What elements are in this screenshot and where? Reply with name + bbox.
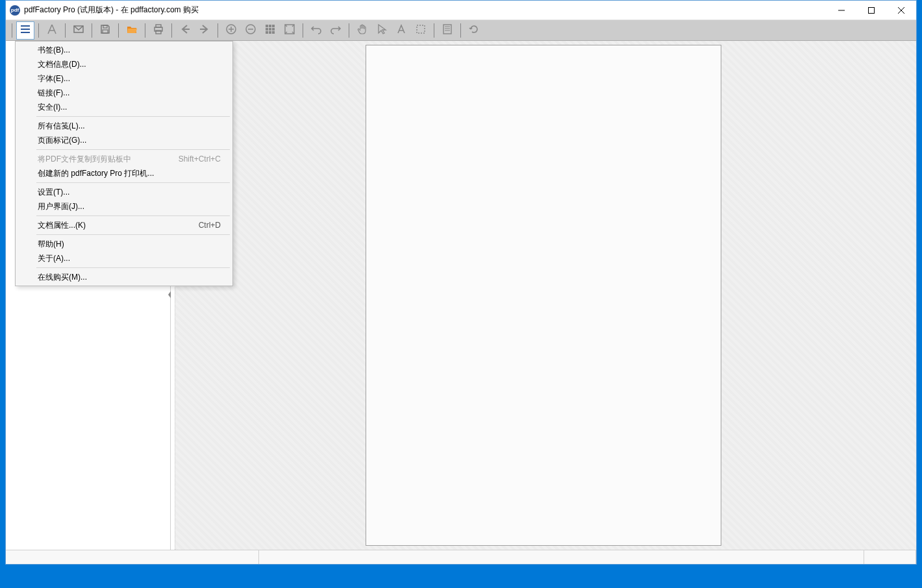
menu-separator [36,234,230,235]
menu-item-doc-info[interactable]: 文档信息(D)... [17,57,231,71]
forward-button[interactable] [195,21,214,40]
save-button[interactable] [96,21,114,40]
rotate-icon [468,23,480,37]
status-segment [259,550,864,564]
toolbar-separator [303,23,303,38]
thumbnails-button[interactable] [261,21,279,40]
toolbar-separator [145,23,145,38]
maximize-button[interactable] [856,1,886,19]
rotate-button[interactable] [465,21,483,40]
menu-button[interactable] [16,21,34,40]
menu-label: 所有信笺(L)... [38,121,85,132]
menu-separator [36,116,230,117]
svg-rect-24 [266,31,268,34]
close-button[interactable] [886,1,916,19]
menu-item-all-letterheads[interactable]: 所有信笺(L)... [17,119,231,133]
document-area[interactable] [171,41,916,550]
toolbar-separator [65,23,66,38]
toolbar-separator [218,23,218,38]
menu-item-page-marks[interactable]: 页面标记(G)... [17,133,231,147]
undo-icon [310,23,322,37]
app-icon: pdf [10,5,20,16]
titlebar: pdf pdfFactory Pro (试用版本) - 在 pdffactory… [6,1,916,20]
menu-separator [36,215,230,216]
menu-label: 用户界面(J)... [38,201,84,212]
menu-label: 将PDF文件复制到剪贴板中 [38,154,131,165]
toolbar-separator [92,23,92,38]
folder-open-icon [126,23,138,37]
zoom-in-button[interactable] [222,21,240,40]
toolbar-separator [38,23,39,38]
svg-rect-8 [103,25,107,28]
menu-label: 创建新的 pdfFactory Pro 打印机... [38,168,154,179]
menu-label: 书签(B)... [38,45,70,56]
menu-separator [36,182,230,183]
svg-rect-29 [443,25,451,34]
menu-item-user-interface[interactable]: 用户界面(J)... [17,199,231,214]
menu-label: 安全(I)... [38,102,67,113]
menu-item-bookmarks[interactable]: 书签(B)... [17,43,231,57]
toolbar [6,20,916,41]
minimize-button[interactable] [827,1,856,19]
hamburger-icon [19,23,31,37]
menu-label: 设置(T)... [38,187,69,198]
svg-rect-18 [266,25,268,27]
menu-shortcut: Shift+Ctrl+C [179,154,221,164]
text-tool-button[interactable] [392,21,410,40]
view-pdf-button[interactable] [43,21,61,40]
menu-item-settings[interactable]: 设置(T)... [17,185,231,199]
svg-rect-20 [272,25,275,27]
back-button[interactable] [176,21,194,40]
save-icon [99,23,111,37]
toolbar-separator [349,23,349,38]
zoom-in-icon [225,23,237,37]
status-segment [864,550,916,564]
toolbar-separator [12,23,12,38]
svg-rect-22 [269,28,271,31]
menu-item-create-printer[interactable]: 创建新的 pdfFactory Pro 打印机... [17,166,231,180]
fit-page-icon [284,23,295,37]
statusbar [6,550,916,564]
menu-label: 关于(A)... [38,253,70,264]
redo-icon [330,23,342,37]
taskbar [0,565,922,588]
snapshot-button[interactable] [412,21,430,40]
menu-label: 字体(E)... [38,73,70,84]
menu-item-about[interactable]: 关于(A)... [17,251,231,265]
undo-button[interactable] [307,21,325,40]
text-icon [395,23,407,37]
menu-separator [36,267,230,268]
menu-label: 文档信息(D)... [38,59,86,70]
window-controls [827,1,916,19]
notes-button[interactable] [438,21,456,40]
open-button[interactable] [123,21,141,40]
zoom-out-button[interactable] [242,21,260,40]
svg-rect-23 [272,28,275,31]
menu-shortcut: Ctrl+D [199,221,221,230]
menu-label: 链接(F)... [38,88,69,99]
hand-tool-button[interactable] [353,21,371,40]
svg-rect-19 [269,25,271,27]
select-tool-button[interactable] [373,21,391,40]
menu-item-fonts[interactable]: 字体(E)... [17,71,231,86]
menu-item-buy-online[interactable]: 在线购买(M)... [17,270,231,284]
notes-icon [442,23,453,37]
fit-page-button[interactable] [280,21,299,40]
send-email-button[interactable] [69,21,88,40]
menu-label: 在线购买(M)... [38,272,87,283]
menu-label: 文档属性...(K) [38,220,86,231]
print-button[interactable] [149,21,168,40]
menu-item-links[interactable]: 链接(F)... [17,86,231,100]
menu-item-doc-properties[interactable]: 文档属性...(K) Ctrl+D [17,218,231,232]
hand-icon [356,23,368,37]
menu-item-help[interactable]: 帮助(H) [17,237,231,251]
menu-label: 帮助(H) [38,239,64,250]
marquee-icon [415,23,427,37]
redo-button[interactable] [327,21,345,40]
menu-label: 页面标记(G)... [38,135,86,146]
arrow-right-icon [199,23,210,37]
menu-item-security[interactable]: 安全(I)... [17,100,231,114]
cursor-icon [376,23,388,37]
toolbar-separator [434,23,434,38]
toolbar-separator [118,23,119,38]
